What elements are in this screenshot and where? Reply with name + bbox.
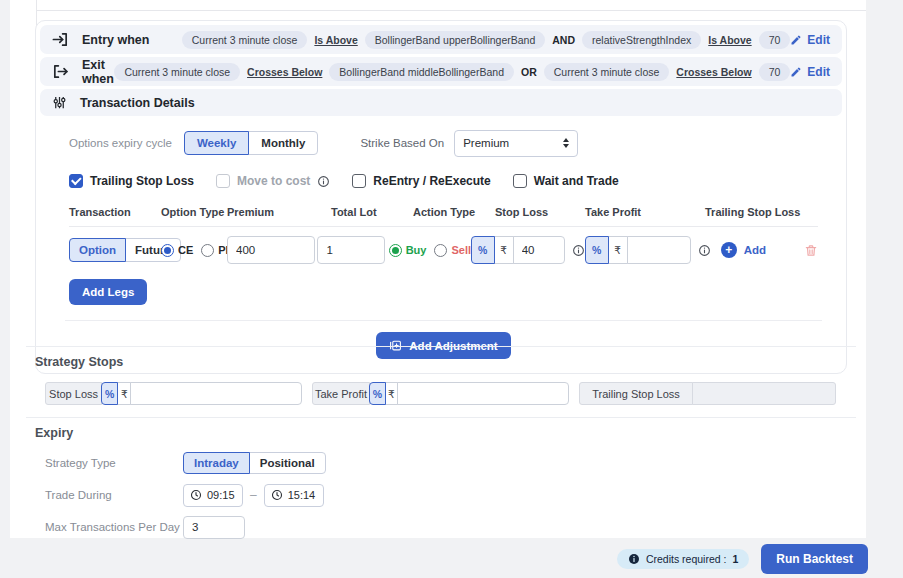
take-profit-percent-toggle[interactable]: %: [585, 236, 609, 264]
radio-selected-icon[interactable]: [161, 244, 174, 257]
move-to-cost-checkbox[interactable]: Move to cost: [216, 174, 330, 188]
condition-chip: Current 3 minute close: [182, 31, 308, 49]
checkbox-icon[interactable]: [216, 174, 230, 188]
take-profit-label: Take Profit: [312, 382, 370, 405]
leg-row: Option Future CE PE Buy Sell: [69, 236, 818, 264]
condition-operator-link[interactable]: Crosses Below: [247, 66, 322, 78]
trade-start-time-picker[interactable]: 09:15: [183, 484, 243, 507]
add-legs-button[interactable]: Add Legs: [69, 279, 147, 305]
checkbox-label: Wait and Trade: [534, 174, 619, 188]
take-profit-rupee-toggle[interactable]: ₹: [608, 236, 628, 264]
info-icon[interactable]: [572, 244, 585, 257]
legs-table: Transaction Option Type Premium Total Lo…: [69, 206, 818, 264]
exit-when-label: Exit when: [82, 58, 114, 86]
option-type-radios: CE PE: [161, 244, 227, 257]
entry-when-label: Entry when: [82, 33, 182, 47]
add-legs-label: Add Legs: [82, 286, 134, 298]
transaction-form: Options expiry cycle Weekly Monthly Stri…: [40, 129, 842, 359]
strategy-stops-section: Strategy Stops Stop Loss % ₹ Take Profit…: [26, 346, 856, 405]
expiry-cycle-row: Options expiry cycle Weekly Monthly Stri…: [69, 129, 818, 157]
action-type-radios: Buy Sell: [389, 244, 471, 257]
checkbox-label: Trailing Stop Loss: [90, 174, 194, 188]
buy-radio[interactable]: Buy: [389, 244, 427, 257]
col-header-premium: Premium: [227, 206, 331, 218]
strategy-stop-loss-group: Stop Loss % ₹: [45, 382, 302, 405]
stop-loss-input[interactable]: [513, 236, 565, 264]
condition-operator-link[interactable]: Is Above: [314, 34, 357, 46]
premium-input[interactable]: [227, 236, 315, 264]
trade-during-label: Trade During: [45, 489, 183, 501]
total-lot-input[interactable]: [317, 236, 385, 264]
radio-icon[interactable]: [201, 244, 214, 257]
stop-loss-rupee-toggle[interactable]: ₹: [494, 236, 514, 264]
condition-chip: Current 3 minute close: [114, 63, 240, 81]
strategy-take-profit-input[interactable]: [397, 382, 569, 405]
strategy-stop-loss-input[interactable]: [130, 382, 302, 405]
take-profit-percent-toggle[interactable]: %: [369, 382, 386, 405]
positional-segment[interactable]: Positional: [249, 452, 326, 474]
strategy-trailing-stop-loss-group: Trailing Stop Loss: [579, 382, 836, 405]
col-header-take-profit: Take Profit: [585, 206, 705, 218]
credits-required-value: 1: [732, 553, 738, 565]
transaction-details-header: Transaction Details: [40, 89, 842, 116]
condition-logic-operator: AND: [552, 34, 575, 46]
pencil-icon: [790, 66, 802, 78]
stop-loss-percent-toggle[interactable]: %: [471, 236, 495, 264]
transaction-option-segment[interactable]: Option: [69, 238, 126, 262]
wait-and-trade-checkbox[interactable]: Wait and Trade: [513, 174, 619, 188]
card-divider: [65, 320, 822, 321]
checkbox-checked-icon[interactable]: [69, 174, 83, 188]
col-header-total-lot: Total Lot: [331, 206, 413, 218]
clock-icon: [190, 489, 202, 501]
add-trailing-stop-loss-button[interactable]: + Add: [721, 242, 766, 258]
total-lot-cell: [317, 236, 388, 264]
max-transactions-row: Max Transactions Per Day: [35, 515, 856, 539]
checkbox-icon[interactable]: [352, 174, 366, 188]
reentry-reexecute-checkbox[interactable]: ReEntry / ReExecute: [352, 174, 490, 188]
legs-table-header: Transaction Option Type Premium Total Lo…: [69, 206, 818, 227]
panel-top-divider: [36, 10, 866, 11]
ce-radio[interactable]: CE: [161, 244, 193, 257]
delete-leg-icon[interactable]: [804, 243, 818, 258]
condition-chip: 70: [759, 63, 791, 81]
stop-loss-group: % ₹: [471, 236, 585, 264]
exit-condition-row: Exit when Current 3 minute close Crosses…: [40, 57, 842, 86]
expiry-cycle-toggle: Weekly Monthly: [184, 131, 319, 155]
trailing-stop-loss-cell: + Add: [711, 242, 818, 258]
exit-edit-button[interactable]: Edit: [790, 65, 830, 79]
radio-label: Buy: [406, 244, 427, 256]
col-header-option-type: Option Type: [161, 206, 227, 218]
trailing-stop-loss-checkbox[interactable]: Trailing Stop Loss: [69, 174, 194, 188]
checkbox-icon[interactable]: [513, 174, 527, 188]
condition-chip: BollingerBand upperBollingerBand: [365, 31, 546, 49]
stop-loss-percent-toggle[interactable]: %: [101, 382, 118, 405]
info-filled-icon: [628, 553, 640, 565]
trade-end-time: 15:14: [288, 489, 316, 501]
plus-circle-icon: +: [721, 242, 737, 258]
info-icon[interactable]: [317, 175, 330, 188]
radio-label: CE: [178, 244, 193, 256]
stop-loss-rupee-toggle[interactable]: ₹: [117, 382, 131, 405]
radio-selected-icon[interactable]: [389, 244, 402, 257]
condition-operator-link[interactable]: Crosses Below: [676, 66, 751, 78]
run-backtest-button[interactable]: Run Backtest: [761, 544, 868, 574]
take-profit-input[interactable]: [627, 236, 691, 264]
trailing-stop-loss-label: Trailing Stop Loss: [579, 382, 693, 405]
time-range-separator: –: [250, 488, 257, 502]
radio-icon[interactable]: [434, 244, 447, 257]
expiry-weekly-option[interactable]: Weekly: [184, 131, 249, 155]
max-transactions-input[interactable]: [183, 516, 245, 539]
entry-edit-button[interactable]: Edit: [790, 33, 830, 47]
strategy-trailing-stop-loss-input: [692, 382, 836, 405]
exit-icon: [52, 63, 69, 80]
info-icon[interactable]: [698, 244, 711, 257]
exit-condition-chips: Current 3 minute close Crosses Below Bol…: [114, 63, 790, 81]
trade-end-time-picker[interactable]: 15:14: [264, 484, 324, 507]
sell-radio[interactable]: Sell: [434, 244, 471, 257]
condition-operator-link[interactable]: Is Above: [708, 34, 751, 46]
strike-based-on-label: Strike Based On: [360, 137, 444, 149]
expiry-monthly-option[interactable]: Monthly: [248, 131, 318, 155]
intraday-segment[interactable]: Intraday: [183, 452, 250, 474]
premium-cell: [227, 236, 317, 264]
strike-based-on-select[interactable]: Premium: [454, 130, 578, 157]
